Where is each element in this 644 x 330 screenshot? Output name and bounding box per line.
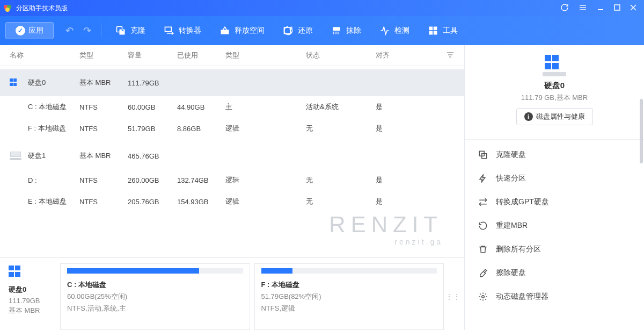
- check-pulse-icon: [379, 25, 390, 36]
- toolbar-wipe[interactable]: 抹除: [324, 22, 369, 39]
- svg-rect-13: [221, 30, 229, 34]
- toolbar-tools[interactable]: 工具: [420, 22, 465, 39]
- col-capacity[interactable]: 容量: [128, 51, 177, 60]
- action-delete-all[interactable]: 删除所有分区: [465, 238, 644, 261]
- rebuild-icon: [478, 220, 488, 231]
- apply-label: 应用: [28, 26, 43, 35]
- toolbar-converter[interactable]: 转换器: [156, 22, 209, 39]
- col-align[interactable]: 对齐: [376, 51, 408, 60]
- erase-icon: [478, 268, 488, 278]
- partition-row[interactable]: F : 本地磁盘 NTFS 51.79GB 8.86GB 逻辑 无 是: [0, 118, 464, 139]
- menu-icon[interactable]: [579, 3, 587, 13]
- scrollbar[interactable]: [640, 99, 643, 163]
- freespace-icon: [219, 25, 230, 36]
- converter-icon: [164, 25, 174, 36]
- disk-icon: [10, 78, 21, 87]
- disk-summary[interactable]: 硬盘0 111.79GB 基本 MBR: [6, 263, 56, 330]
- partition-row[interactable]: D : NTFS 260.00GB 132.74GB 逻辑 无 是: [0, 169, 464, 191]
- close-button[interactable]: [630, 4, 636, 12]
- clone-disk-icon: [478, 149, 488, 160]
- svg-point-2: [5, 8, 10, 12]
- drag-handle-icon[interactable]: ⋮⋮: [448, 263, 458, 330]
- partition-card[interactable]: C : 本地磁盘 60.00GB(25%空闲) NTFS,活动,系统,主: [60, 263, 250, 330]
- redo-button[interactable]: ↷: [80, 25, 94, 37]
- refresh-icon[interactable]: [560, 3, 569, 13]
- window-controls: [560, 3, 641, 13]
- col-name[interactable]: 名称: [10, 51, 79, 60]
- separator: [465, 139, 644, 140]
- usage-bar: [261, 268, 293, 274]
- action-quick-partition[interactable]: 快速分区: [465, 167, 644, 190]
- bolt-icon: [478, 173, 488, 184]
- app-title: 分区助手技术员版: [16, 4, 560, 13]
- separator: [101, 24, 101, 37]
- action-dynamic-disk[interactable]: 动态磁盘管理器: [465, 285, 644, 309]
- undo-button[interactable]: ↶: [62, 25, 77, 37]
- partition-map: 硬盘0 111.79GB 基本 MBR C : 本地磁盘 60.00GB(25%…: [0, 257, 464, 330]
- toolbar-restore[interactable]: 还原: [275, 22, 320, 39]
- sort-icon[interactable]: [446, 52, 455, 60]
- svg-rect-15: [333, 27, 340, 31]
- toolbar-freespace[interactable]: 释放空间: [212, 22, 272, 39]
- col-type[interactable]: 类型: [79, 51, 128, 60]
- tools-icon: [428, 25, 438, 36]
- toolbar: ✓ 应用 ↶ ↷ 克隆 转换器 释放空间 还原 抹除 检测 工具: [0, 16, 644, 45]
- partition-row[interactable]: C : 本地磁盘 NTFS 60.00GB 44.90GB 主 活动&系统 是: [0, 96, 464, 118]
- svg-rect-23: [434, 31, 437, 35]
- toolbar-check[interactable]: 检测: [372, 22, 417, 39]
- convert-icon: [478, 197, 488, 207]
- restore-icon: [283, 25, 294, 36]
- trash-icon: [478, 244, 488, 255]
- maximize-button[interactable]: [614, 4, 620, 12]
- disk-row[interactable]: 硬盘0 基本 MBR 111.79GB: [0, 69, 464, 96]
- disk-list: 硬盘0 基本 MBR 111.79GB C : 本地磁盘 NTFS 60.00G…: [0, 66, 464, 257]
- disk-large-icon: [541, 55, 567, 76]
- partition-card[interactable]: F : 本地磁盘 51.79GB(82%空闲) NTFS,逻辑: [254, 263, 444, 330]
- side-panel: 硬盘0 111.79 GB,基本 MBR i 磁盘属性与健康 克隆硬盘 快速分区…: [465, 45, 644, 330]
- table-header: 名称 类型 容量 已使用 类型 状态 对齐: [0, 45, 464, 66]
- check-icon: ✓: [16, 26, 25, 35]
- minimize-button[interactable]: [597, 4, 604, 12]
- action-rebuild-mbr[interactable]: 重建MBR: [465, 214, 644, 238]
- side-header: 硬盘0 111.79 GB,基本 MBR i 磁盘属性与健康: [465, 45, 644, 132]
- svg-rect-21: [434, 27, 437, 31]
- partition-row[interactable]: E : 本地磁盘 NTFS 205.76GB 154.93GB 逻辑 无 是: [0, 191, 464, 212]
- col-ptype[interactable]: 类型: [225, 51, 306, 60]
- svg-rect-12: [165, 27, 172, 31]
- svg-rect-7: [614, 5, 620, 10]
- action-erase-disk[interactable]: 擦除硬盘: [465, 261, 644, 285]
- disk-icon: [10, 152, 21, 160]
- gear-icon: [478, 291, 488, 302]
- toolbar-clone[interactable]: 克隆: [108, 22, 153, 39]
- svg-rect-22: [429, 31, 433, 35]
- disk-properties-button[interactable]: i 磁盘属性与健康: [516, 108, 593, 125]
- col-used[interactable]: 已使用: [177, 51, 225, 60]
- svg-rect-20: [429, 27, 433, 31]
- apply-button[interactable]: ✓ 应用: [5, 22, 54, 39]
- action-clone-disk[interactable]: 克隆硬盘: [465, 143, 644, 167]
- info-icon: i: [524, 112, 533, 121]
- windows-icon: [9, 266, 21, 277]
- clone-icon: [115, 25, 126, 36]
- disk-panel: 名称 类型 容量 已使用 类型 状态 对齐 硬盘0 基本 MBR 111.79G…: [0, 45, 465, 330]
- wipe-icon: [331, 25, 342, 36]
- titlebar: 分区助手技术员版: [0, 0, 644, 16]
- usage-bar: [67, 268, 199, 274]
- action-convert-gpt[interactable]: 转换成GPT硬盘: [465, 190, 644, 214]
- svg-point-29: [482, 296, 485, 298]
- col-state[interactable]: 状态: [306, 51, 376, 60]
- disk-row[interactable]: 硬盘1 基本 MBR 465.76GB: [0, 142, 464, 169]
- app-logo-icon: [3, 4, 12, 12]
